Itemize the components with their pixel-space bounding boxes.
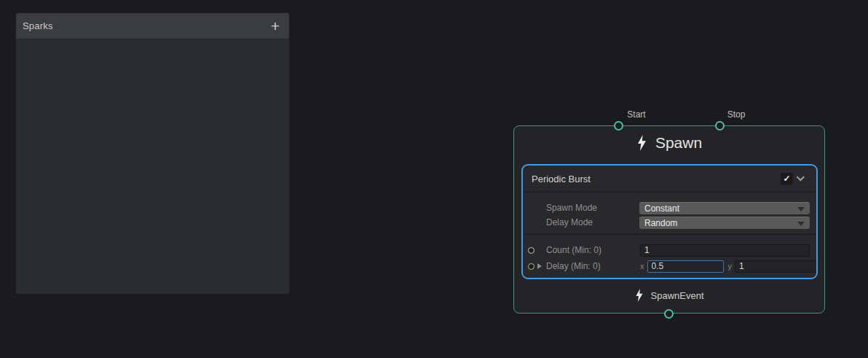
delay-y-field[interactable] bbox=[735, 260, 818, 273]
delay-mode-label: Delay Mode bbox=[546, 217, 639, 227]
dropdown-arrow-icon bbox=[797, 222, 805, 226]
lightning-icon bbox=[635, 289, 644, 302]
flow-port-spawnevent[interactable] bbox=[664, 309, 674, 319]
dropdown-arrow-icon bbox=[797, 207, 805, 211]
add-icon[interactable]: + bbox=[269, 19, 282, 34]
node-footer: SpawnEvent bbox=[514, 281, 824, 309]
spawn-context-node[interactable]: Spawn Periodic Burst ✓ Spawn Mode Consta… bbox=[513, 125, 825, 314]
x-axis-label: x bbox=[640, 262, 644, 271]
delay-mode-value: Random bbox=[644, 218, 677, 228]
delay-mode-dropdown[interactable]: Random bbox=[639, 217, 810, 229]
node-title: Spawn bbox=[655, 134, 702, 152]
blackboard-title: Sparks bbox=[23, 20, 53, 31]
y-axis-label: y bbox=[728, 262, 733, 271]
property-row-delay: Delay (Min: 0) x y bbox=[523, 258, 816, 274]
setting-row-spawn-mode: Spawn Mode Constant bbox=[523, 201, 816, 215]
count-input-port[interactable] bbox=[528, 247, 534, 254]
periodic-burst-block[interactable]: Periodic Burst ✓ Spawn Mode Constant Del… bbox=[521, 164, 818, 279]
triangle-right-icon bbox=[537, 263, 542, 269]
delay-x-field[interactable] bbox=[647, 260, 724, 273]
count-field[interactable] bbox=[640, 244, 810, 257]
flow-output-label: SpawnEvent bbox=[651, 290, 704, 301]
delay-input-port[interactable] bbox=[528, 263, 534, 270]
spawn-mode-dropdown[interactable]: Constant bbox=[639, 202, 810, 214]
lightning-icon bbox=[636, 135, 647, 151]
flow-port-stop[interactable] bbox=[715, 121, 725, 131]
blackboard-body bbox=[16, 39, 289, 293]
property-row-count: Count (Min: 0) bbox=[523, 242, 816, 258]
block-header: Periodic Burst ✓ bbox=[523, 166, 816, 192]
flow-port-start[interactable] bbox=[614, 121, 623, 131]
collapse-button[interactable] bbox=[793, 172, 809, 185]
expand-arrow[interactable] bbox=[534, 263, 544, 269]
check-icon: ✓ bbox=[783, 174, 790, 184]
spawn-mode-value: Constant bbox=[644, 203, 679, 214]
delay-label: Delay (Min: 0) bbox=[546, 261, 640, 271]
block-properties: Count (Min: 0) Delay (Min: 0) x y bbox=[523, 235, 816, 274]
flow-input-label-stop: Stop bbox=[714, 109, 758, 120]
spawn-mode-label: Spawn Mode bbox=[546, 203, 639, 213]
blackboard-panel: Sparks + bbox=[16, 13, 289, 294]
vfx-graph-canvas[interactable]: { "colors": { "canvas_bg": "#1B1B1D", "p… bbox=[0, 0, 868, 358]
enabled-checkbox[interactable]: ✓ bbox=[781, 173, 793, 185]
count-label: Count (Min: 0) bbox=[546, 245, 640, 255]
block-title: Periodic Burst bbox=[532, 174, 591, 184]
block-settings: Spawn Mode Constant Delay Mode Random bbox=[523, 192, 816, 234]
flow-input-label-start: Start bbox=[615, 109, 658, 120]
chevron-down-icon bbox=[797, 173, 805, 181]
node-title-row: Spawn bbox=[514, 131, 824, 155]
setting-row-delay-mode: Delay Mode Random bbox=[523, 215, 816, 230]
blackboard-header: Sparks + bbox=[16, 13, 289, 39]
